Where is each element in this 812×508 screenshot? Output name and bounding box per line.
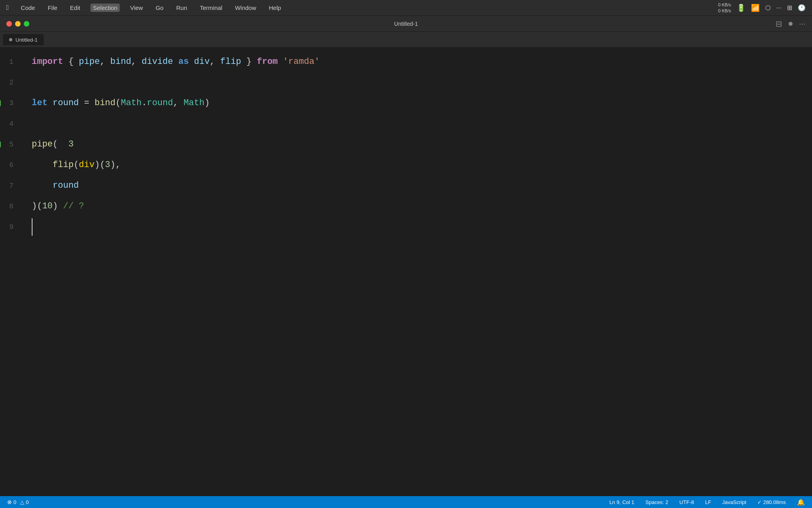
- code-line-3: let round = bind ( Math . round , Math ): [32, 93, 806, 114]
- indentation[interactable]: Spaces: 2: [644, 498, 670, 506]
- window-title-actions: ⊟ ···: [776, 19, 806, 29]
- menu-terminal[interactable]: Terminal: [197, 4, 225, 12]
- line-numbers: 1 2 3 4 5 6: [0, 52, 28, 492]
- line-number-9: 9: [0, 217, 20, 237]
- line-number-1: 1: [0, 52, 20, 72]
- menu-go[interactable]: Go: [153, 4, 166, 12]
- apple-logo-icon: : [6, 4, 9, 12]
- error-number: 0: [13, 499, 16, 505]
- menu-edit[interactable]: Edit: [68, 4, 83, 12]
- code-line-6: flip ( div )( 3 ),: [32, 155, 806, 175]
- window-title: Untitled-1: [394, 21, 418, 27]
- split-editor-icon[interactable]: ⊟: [776, 19, 782, 29]
- warning-icon: △: [20, 499, 24, 505]
- wifi-icon: 📶: [751, 4, 760, 12]
- menu-run[interactable]: Run: [174, 4, 190, 12]
- line-number-3: 3: [0, 93, 20, 114]
- encoding[interactable]: UTF-8: [678, 498, 696, 506]
- line-number-4: 4: [0, 114, 20, 134]
- airdrop-icon: ⬡: [765, 4, 771, 12]
- line-number-7: 7: [0, 175, 20, 196]
- code-area[interactable]: 1 2 3 4 5 6: [0, 48, 806, 496]
- eol[interactable]: LF: [703, 498, 712, 506]
- language-mode[interactable]: JavaScript: [721, 498, 748, 506]
- menu-help[interactable]: Help: [266, 4, 283, 12]
- more-actions-icon[interactable]: ···: [799, 19, 806, 28]
- code-line-7: round: [32, 175, 806, 196]
- menu-bar-right: 0 KB/s 0 KB/s 🔋 📶 ⬡ ··· ⊞ 🕐: [718, 2, 806, 13]
- close-button[interactable]: [6, 21, 12, 27]
- cursor: [32, 218, 33, 236]
- menu-bar:  Code File Edit Selection View Go Run T…: [0, 0, 812, 16]
- notifications-icon[interactable]: 🔔: [795, 498, 806, 507]
- line-number-6: 6: [0, 155, 20, 175]
- warning-number: 0: [26, 499, 29, 505]
- breakpoint-3: [0, 100, 1, 106]
- menu-view[interactable]: View: [128, 4, 145, 12]
- code-line-5: pipe ( 3: [32, 134, 806, 155]
- editor-container: Untitled-1 1 2 3 4: [0, 32, 812, 496]
- line-number-5: 5: [0, 134, 20, 155]
- unsaved-indicator: [789, 22, 793, 26]
- error-count[interactable]: ⊗ 0 △ 0: [6, 498, 30, 506]
- keyword-import: import: [32, 52, 63, 72]
- maximize-button[interactable]: [24, 21, 29, 27]
- timing: ✓ 280.08ms: [756, 498, 787, 506]
- code-line-8: )( 10 ) // ?: [32, 196, 806, 217]
- tab-modified-dot: [9, 38, 12, 41]
- more-icon: ···: [776, 4, 781, 12]
- cursor-position[interactable]: Ln 9, Col 1: [608, 498, 636, 506]
- code-lines[interactable]: import { pipe , bind , divide as div , f…: [28, 52, 806, 492]
- minimize-button[interactable]: [15, 21, 21, 27]
- breakpoint-5: [0, 141, 1, 148]
- code-line-4: [32, 114, 806, 134]
- menu-file[interactable]: File: [45, 4, 59, 12]
- scrollbar-area[interactable]: [806, 48, 812, 496]
- status-bar: ⊗ 0 △ 0 Ln 9, Col 1 Spaces: 2 UTF-8 LF J…: [0, 496, 812, 508]
- editor-main: 1 2 3 4 5 6: [0, 48, 812, 496]
- code-line-2: [32, 72, 806, 93]
- error-icon: ⊗: [7, 499, 12, 505]
- code-line-1: import { pipe , bind , divide as div , f…: [32, 52, 806, 72]
- tab-label: Untitled-1: [15, 37, 38, 43]
- window-titlebar: Untitled-1 ⊟ ···: [0, 16, 812, 32]
- menu-window[interactable]: Window: [233, 4, 259, 12]
- line-number-2: 2: [0, 72, 20, 93]
- tab-untitled-1[interactable]: Untitled-1: [3, 34, 44, 45]
- tab-bar: Untitled-1: [0, 32, 812, 48]
- clock-icon: 🕐: [798, 4, 806, 12]
- status-bar-right: Ln 9, Col 1 Spaces: 2 UTF-8 LF JavaScrip…: [608, 498, 806, 507]
- menu-selection[interactable]: Selection: [90, 4, 120, 12]
- control-center-icon: ⊞: [787, 4, 792, 12]
- battery-icon: 🔋: [737, 4, 745, 12]
- network-stats: 0 KB/s 0 KB/s: [718, 2, 731, 13]
- traffic-lights: [6, 21, 29, 27]
- menu-code[interactable]: Code: [19, 4, 38, 12]
- line-number-8: 8: [0, 196, 20, 217]
- code-line-9: [32, 217, 806, 237]
